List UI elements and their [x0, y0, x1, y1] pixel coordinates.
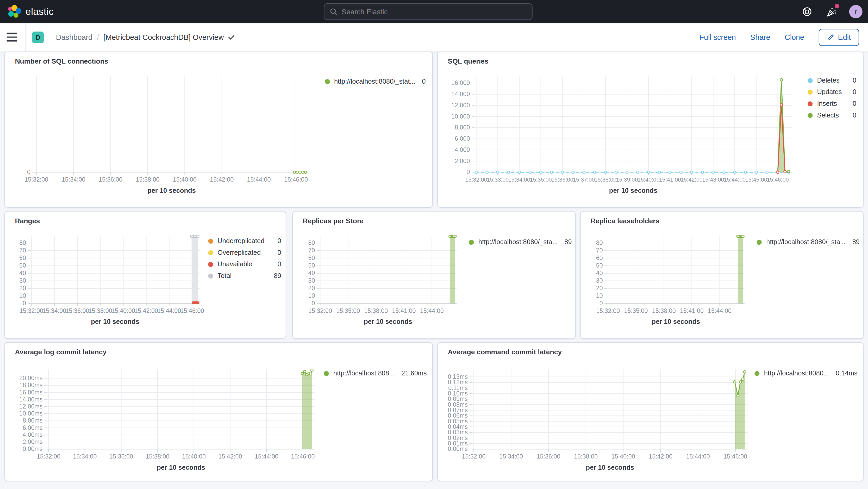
svg-text:8,000: 8,000	[455, 124, 470, 131]
legend-dot-icon	[325, 79, 330, 84]
legend-item[interactable]: Unavailable0	[208, 260, 281, 268]
svg-text:50: 50	[308, 262, 315, 269]
svg-text:15:40:00: 15:40:00	[638, 176, 659, 183]
legend-label: Underreplicated	[217, 237, 264, 245]
hamburger-menu-icon[interactable]	[7, 30, 20, 44]
panel-title[interactable]: Average log commit latency	[15, 348, 106, 356]
legend-value: 0	[846, 77, 857, 84]
svg-text:15:41:00: 15:41:00	[659, 176, 681, 183]
svg-text:per 10 seconds: per 10 seconds	[609, 187, 658, 194]
svg-text:30: 30	[308, 277, 315, 284]
svg-text:18.00ms: 18.00ms	[19, 382, 43, 389]
svg-text:6.00ms: 6.00ms	[23, 424, 43, 431]
svg-text:15:46:00: 15:46:00	[180, 307, 204, 314]
svg-text:15:34:00: 15:34:00	[508, 176, 530, 183]
svg-text:15:38:00: 15:38:00	[146, 453, 169, 460]
share-button[interactable]: Share	[750, 33, 770, 42]
panel-title[interactable]: SQL queries	[448, 58, 489, 65]
page-title: [Metricbeat CockroachDB] Overview	[103, 33, 224, 42]
help-button[interactable]	[801, 5, 814, 18]
legend-label: http://localhost:8080/_sta...	[766, 238, 846, 246]
svg-text:70: 70	[596, 247, 603, 254]
panel-replicas-per-store: Replicas per Store http://localhost:8080…	[292, 211, 576, 339]
svg-text:15:38:00: 15:38:00	[594, 176, 616, 183]
logo-text: elastic	[26, 6, 54, 18]
svg-text:16.00ms: 16.00ms	[19, 389, 43, 396]
svg-text:30: 30	[19, 277, 26, 284]
legend-dot-icon	[208, 238, 213, 243]
chart-canvas: 15:32:0015:34:0015:36:0015:38:0015:40:00…	[13, 365, 317, 479]
svg-text:15:42:00: 15:42:00	[649, 453, 673, 460]
svg-text:80: 80	[596, 239, 603, 246]
legend-value: 0	[271, 260, 281, 268]
toolbar-actions: Full screen Share Clone Edit	[699, 23, 859, 51]
legend-dot-icon	[208, 250, 213, 255]
panel-title[interactable]: Ranges	[15, 217, 40, 225]
svg-text:0.13ms: 0.13ms	[448, 373, 468, 380]
edit-button[interactable]: Edit	[818, 29, 859, 46]
legend-label: Updates	[817, 88, 842, 96]
svg-text:15:43:00: 15:43:00	[702, 176, 724, 183]
panel-title[interactable]: Number of SQL connections	[15, 58, 108, 65]
svg-text:0: 0	[23, 300, 26, 307]
legend-value: 89	[558, 238, 572, 246]
legend-item[interactable]: Deletes0	[808, 77, 856, 84]
edit-button-label: Edit	[838, 33, 851, 42]
legend-label: Overreplicated	[217, 248, 261, 256]
toolbar: D Dashboard / [Metricbeat CockroachDB] O…	[0, 23, 868, 51]
legend-item[interactable]: Underreplicated0	[208, 237, 281, 245]
legend-label: Unavailable	[217, 260, 252, 268]
svg-text:40: 40	[19, 270, 26, 276]
svg-text:15:42:00: 15:42:00	[681, 176, 703, 183]
life-ring-icon	[802, 7, 812, 17]
search-input[interactable]	[342, 7, 527, 16]
breadcrumb-dashboard-link[interactable]: Dashboard	[56, 33, 92, 42]
legend-item[interactable]: http://localhost:8080...0.14ms	[755, 369, 858, 377]
news-button[interactable]	[825, 5, 838, 18]
svg-text:15:44:00: 15:44:00	[420, 307, 444, 314]
clone-button[interactable]: Clone	[785, 33, 804, 42]
legend-item[interactable]: http://localhost:8080/_stat...0	[325, 78, 426, 86]
svg-text:10: 10	[308, 292, 315, 299]
svg-text:0.00ms: 0.00ms	[23, 446, 43, 452]
panel-title[interactable]: Average command commit latency	[448, 348, 562, 356]
legend-label: http://localhost:8080/_stat...	[334, 78, 415, 86]
legend-item[interactable]: Inserts0	[808, 100, 856, 108]
svg-text:15:40:00: 15:40:00	[112, 307, 135, 314]
checkmark-icon[interactable]	[228, 35, 235, 40]
legend-item[interactable]: Selects0	[808, 111, 856, 119]
panel-title[interactable]: Replica leaseholders	[591, 217, 659, 225]
svg-text:per 10 seconds: per 10 seconds	[147, 187, 196, 194]
svg-text:per 10 seconds: per 10 seconds	[364, 318, 412, 325]
full-screen-button[interactable]: Full screen	[699, 33, 736, 42]
svg-text:15:32:00: 15:32:00	[462, 453, 486, 460]
panel-title[interactable]: Replicas per Store	[303, 217, 364, 225]
svg-text:4,000: 4,000	[455, 146, 470, 153]
elastic-logo[interactable]: elastic	[7, 4, 54, 19]
legend-item[interactable]: http://localhost:8080/_sta...89	[469, 238, 572, 246]
user-avatar[interactable]: r	[849, 5, 863, 18]
svg-text:15:37:00: 15:37:00	[573, 176, 595, 183]
svg-text:15:44:00: 15:44:00	[255, 453, 278, 460]
legend-item[interactable]: Total89	[208, 272, 281, 280]
legend-dot-icon	[324, 371, 329, 376]
legend-item[interactable]: http://localhost:8080/_sta...89	[757, 238, 860, 246]
svg-text:50: 50	[596, 262, 603, 269]
legend-item[interactable]: Updates0	[808, 88, 856, 96]
breadcrumb-separator: /	[97, 33, 99, 42]
legend-value: 0	[846, 100, 857, 108]
svg-text:40: 40	[308, 270, 315, 276]
breadcrumb: Dashboard / [Metricbeat CockroachDB] Ove…	[56, 23, 235, 51]
legend-item[interactable]: http://localhost:808...21.60ms	[324, 369, 427, 377]
svg-text:2,000: 2,000	[455, 158, 470, 164]
legend-value: 21.60ms	[395, 369, 427, 377]
svg-text:15:42:00: 15:42:00	[218, 453, 242, 460]
legend-value: 0	[415, 78, 426, 86]
svg-text:15:44:00: 15:44:00	[686, 453, 710, 460]
global-search[interactable]	[324, 3, 532, 20]
svg-text:15:41:00: 15:41:00	[392, 307, 416, 314]
legend-dot-icon	[808, 89, 812, 94]
party-popper-icon	[826, 6, 836, 17]
legend-item[interactable]: Overreplicated0	[208, 248, 281, 256]
svg-text:15:39:00: 15:39:00	[616, 176, 638, 183]
